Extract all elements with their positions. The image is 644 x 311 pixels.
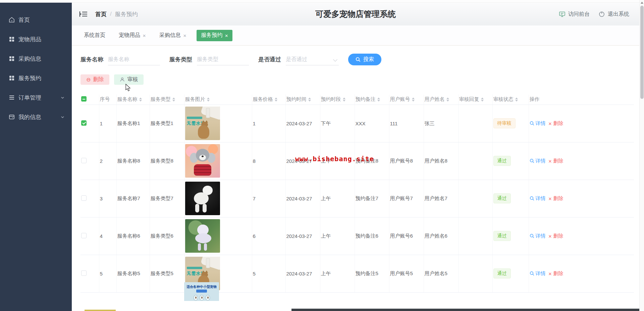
delete-link[interactable]: 删除 (548, 120, 564, 127)
breadcrumb-home[interactable]: 首页 (95, 10, 107, 18)
scroll-up-arrow-icon[interactable] (641, 2, 643, 4)
sort-icon[interactable] (275, 98, 277, 102)
cell-username: 用户姓名6 (424, 217, 458, 255)
tab-label: 宠物用品 (119, 32, 140, 39)
detail-link[interactable]: 详情 (530, 270, 546, 277)
sidebar-item-order-management[interactable]: 订单管理 (0, 88, 72, 107)
column-header[interactable]: 审核回复 (459, 96, 479, 103)
sort-icon[interactable] (343, 98, 345, 102)
chevron-down-icon (61, 115, 64, 119)
detail-link[interactable]: 详情 (530, 120, 546, 127)
list-icon (8, 94, 15, 101)
sidebar-item-pet-supplies[interactable]: 宠物用品 (0, 29, 72, 49)
column-header[interactable]: 服务图片 (185, 96, 205, 103)
scrollbar-thumb[interactable] (640, 6, 644, 99)
delete-link[interactable]: 删除 (548, 195, 564, 202)
delete-link[interactable]: 删除 (548, 270, 564, 277)
sidebar-item-label: 宠物用品 (18, 36, 41, 43)
sidebar-item-my-info[interactable]: 我的信息 (0, 107, 72, 127)
delete-link[interactable]: 删除 (548, 158, 564, 164)
row-checkbox[interactable] (81, 233, 87, 238)
row-checkbox[interactable] (81, 270, 87, 276)
service-photo[interactable] (185, 182, 220, 215)
service-photo[interactable]: 无需水洗 (185, 107, 220, 140)
table-row-partial: 适合各种中小型宠物 (80, 282, 634, 301)
audit-button[interactable]: 审核 (114, 74, 144, 85)
column-header[interactable]: 预约时间 (286, 96, 307, 103)
vertical-scrollbar[interactable] (639, 0, 644, 311)
search-button[interactable]: 搜索 (348, 54, 381, 65)
row-checkbox[interactable] (81, 158, 87, 163)
sidebar-item-purchase-info[interactable]: 采购信息 (0, 49, 72, 68)
pass-status-select[interactable] (286, 54, 339, 65)
service-type-input[interactable] (197, 54, 249, 65)
pass-status-select-input[interactable] (286, 54, 339, 65)
detail-link[interactable]: 详情 (530, 233, 546, 239)
sort-icon[interactable] (207, 98, 210, 102)
cell-reply (458, 142, 492, 180)
x-icon (548, 271, 552, 276)
tabbar: 系统首页 宠物用品 采购信息 服务预约 (72, 25, 639, 46)
cell-date: 2024-03-27 (285, 142, 320, 180)
column-header[interactable]: 服务价格 (253, 96, 273, 103)
chevron-down-icon (61, 96, 64, 100)
tab-system-home[interactable]: 系统首页 (80, 30, 109, 41)
tab-service-booking[interactable]: 服务预约 (197, 30, 232, 41)
delete-button[interactable]: 删除 (80, 74, 109, 85)
tab-pet-supplies[interactable]: 宠物用品 (115, 30, 149, 41)
service-type-label: 服务类型 (169, 56, 192, 63)
cell-account: 用户账号6 (389, 217, 424, 255)
cell-date: 2024-03-27 (285, 180, 320, 217)
sidebar-item-home[interactable]: 首页 (0, 10, 72, 29)
table-row: 2 服务名称8 服务类型8 8 2024-03-27 上午 预约备注8 用户账号… (80, 142, 634, 180)
status-badge: 待审核 (493, 118, 516, 128)
sort-icon[interactable] (515, 98, 518, 102)
service-photo[interactable] (185, 219, 220, 253)
tab-purchase-info[interactable]: 采购信息 (156, 30, 190, 41)
logout-link[interactable]: 退出系统 (598, 11, 629, 18)
sort-icon[interactable] (308, 98, 311, 102)
column-header[interactable]: 预约时段 (321, 96, 341, 103)
row-checkbox[interactable] (81, 195, 87, 201)
sort-icon[interactable] (446, 98, 449, 102)
filter-bar: 服务名称 服务类型 是否通过 搜索 (80, 54, 381, 65)
collapse-menu-icon[interactable] (79, 10, 88, 18)
cell-service-type: 服务类型1 (150, 105, 184, 142)
cell-service-name: 服务名称1 (116, 105, 150, 142)
table-toolbar: 删除 审核 (80, 74, 144, 85)
column-header[interactable]: 审核状态 (493, 96, 514, 103)
detail-link[interactable]: 详情 (530, 195, 546, 202)
row-checkbox[interactable] (81, 120, 87, 126)
close-icon[interactable] (225, 33, 228, 39)
visit-front-link[interactable]: 访问前台 (559, 11, 590, 18)
sort-icon[interactable] (481, 98, 484, 102)
breadcrumb-separator: / (110, 11, 112, 17)
column-header[interactable]: 服务名称 (117, 96, 138, 103)
sort-icon[interactable] (139, 98, 142, 102)
grid-icon (8, 36, 15, 43)
column-header[interactable]: 服务类型 (151, 96, 171, 103)
select-all-checkbox[interactable] (81, 96, 87, 102)
service-photo[interactable]: 适合各种中小型宠物 (184, 282, 219, 301)
column-header[interactable]: 序号 (100, 96, 110, 103)
detail-link[interactable]: 详情 (530, 158, 546, 164)
sort-icon[interactable] (412, 98, 415, 102)
bottom-yellow-strip (85, 310, 116, 311)
cell-note: 预约备注7 (355, 180, 389, 217)
service-photo[interactable] (185, 144, 220, 178)
card-icon (8, 114, 15, 120)
service-name-input[interactable] (108, 54, 160, 65)
sidebar-item-label: 首页 (18, 16, 30, 24)
sidebar-item-label: 订单管理 (18, 94, 41, 102)
logout-label: 退出系统 (608, 11, 629, 18)
sort-icon[interactable] (172, 98, 175, 102)
column-header[interactable]: 操作 (530, 96, 540, 103)
close-icon[interactable] (143, 33, 146, 39)
column-header[interactable]: 用户姓名 (425, 96, 445, 103)
close-icon[interactable] (183, 33, 186, 39)
sidebar-item-service-booking[interactable]: 服务预约 (0, 68, 72, 88)
column-header[interactable]: 用户账号 (390, 96, 410, 103)
column-header[interactable]: 预约备注 (356, 96, 376, 103)
delete-link[interactable]: 删除 (548, 233, 564, 239)
sort-icon[interactable] (377, 98, 380, 102)
